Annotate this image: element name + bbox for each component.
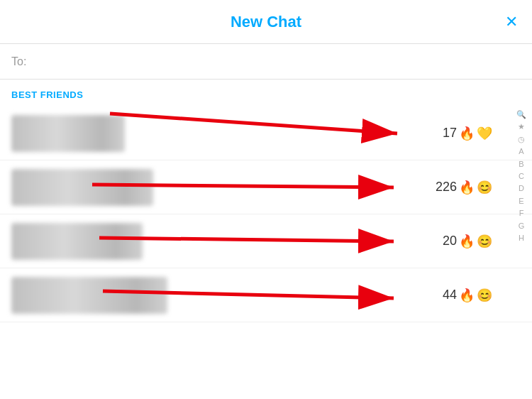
star-icon[interactable]: ★ (518, 121, 525, 132)
to-label: To: (11, 55, 26, 68)
smile-emoji: 😊 (477, 234, 492, 249)
section-title: BEST FRIENDS (11, 89, 83, 100)
letter-c[interactable]: C (519, 171, 524, 182)
streak-count: 44 (443, 288, 457, 302)
streak-count: 20 (443, 234, 457, 248)
fire-icon: 🔥 (459, 234, 475, 249)
search-icon[interactable]: 🔍 (516, 109, 526, 120)
letter-f[interactable]: F (519, 208, 524, 219)
list-item[interactable]: 20 🔥 😊 (0, 214, 532, 268)
letter-e[interactable]: E (519, 196, 523, 207)
streak-info: 44 🔥 😊 (443, 288, 521, 303)
list-item[interactable]: 17 🔥 💛 (0, 106, 532, 160)
to-input[interactable] (29, 55, 521, 68)
heart-emoji: 💛 (477, 126, 492, 141)
avatar (11, 169, 153, 206)
letter-a[interactable]: A (519, 146, 523, 157)
header: New Chat ✕ (0, 0, 532, 44)
smile-emoji: 😊 (477, 180, 492, 195)
list-item[interactable]: 44 🔥 😊 (0, 268, 532, 322)
letter-b[interactable]: B (519, 159, 523, 170)
streak-info: 20 🔥 😊 (443, 234, 521, 249)
avatar (11, 223, 143, 260)
avatar (11, 115, 125, 152)
sidebar-index: 🔍 ★ ◷ A B C D E F G H (511, 106, 532, 322)
letter-d[interactable]: D (519, 183, 524, 194)
streak-info: 17 🔥 💛 (443, 126, 521, 141)
list-item[interactable]: 226 🔥 😊 (0, 160, 532, 214)
fire-icon: 🔥 (459, 288, 475, 303)
page-title: New Chat (231, 13, 301, 31)
fire-icon: 🔥 (459, 126, 475, 141)
smile-emoji: 😊 (477, 288, 492, 303)
letter-g[interactable]: G (519, 221, 525, 231)
to-field-container: To: (0, 44, 532, 80)
letter-h[interactable]: H (519, 233, 524, 244)
friends-list: 17 🔥 💛 226 🔥 😊 20 🔥 😊 44 🔥 😊 🔍 (0, 106, 532, 322)
close-button[interactable]: ✕ (505, 14, 518, 30)
section-header: BEST FRIENDS (0, 80, 532, 106)
streak-info: 226 🔥 😊 (436, 180, 521, 195)
fire-icon: 🔥 (459, 180, 475, 195)
avatar (11, 277, 167, 314)
clock-icon[interactable]: ◷ (518, 134, 525, 145)
streak-count: 226 (436, 180, 457, 195)
streak-count: 17 (443, 126, 457, 141)
